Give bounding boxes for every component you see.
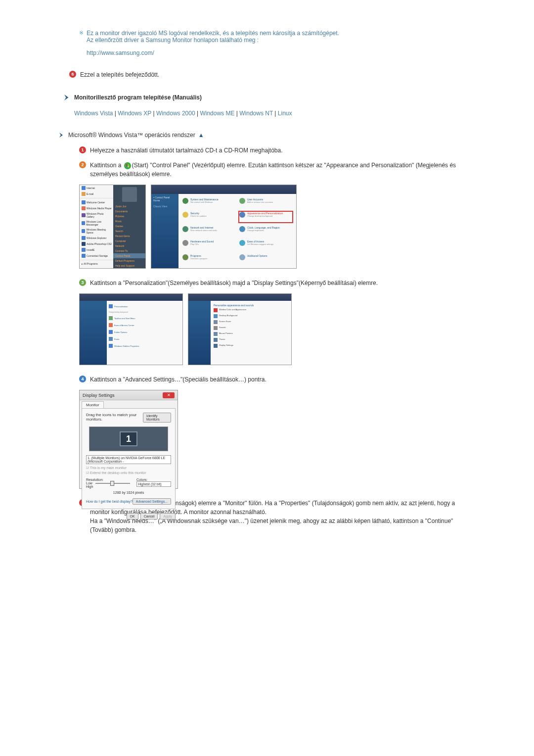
section-arrow-icon [64, 94, 70, 100]
vista-start-menu-screenshot: Internet E-mail Welcome Center Windows M… [79, 185, 146, 269]
monitor-preview-1[interactable]: 1 [120, 431, 137, 446]
dialog-title: Display Settings [83, 393, 115, 398]
step-number-2: 2 [79, 161, 86, 168]
identify-monitors-button[interactable]: Identify Monitors [143, 413, 171, 423]
vista-os-title: Microsoft® Windows Vista™ operációs rend… [68, 132, 195, 139]
step-6-text: Ezzel a telepítés befejeződött. [80, 70, 159, 79]
main-monitor-checkbox[interactable]: ☑ This is my main monitor [86, 466, 171, 470]
step-number-6: 6 [69, 71, 76, 78]
cancel-button[interactable]: Cancel [140, 513, 158, 520]
xp-link[interactable]: Windows XP [118, 110, 151, 117]
os-links: Windows Vista | Windows XP | Windows 200… [74, 110, 470, 117]
linux-link[interactable]: Linux [278, 110, 292, 117]
resolution-value: 1280 by 1024 pixels [86, 491, 171, 494]
step-number-1: 1 [79, 146, 86, 153]
step-1-text: Helyezze a használati útmutatót tartalma… [90, 146, 283, 155]
step-4-text: Kattintson a "Advanced Settings…"(Speciá… [90, 375, 267, 384]
up-arrow-icon[interactable]: ▲ [198, 132, 204, 139]
step-number-3: 3 [79, 279, 86, 286]
note-text-2: Az ellenőrzött driver a Samsung Monitor … [87, 37, 339, 44]
manual-install-title: Monitorillesztő program telepítése (Manu… [74, 94, 202, 101]
ok-button[interactable]: OK [127, 513, 138, 520]
samsung-url[interactable]: http://www.samsung.com/ [87, 49, 339, 56]
control-panel-screenshot: • Control Panel Home Classic View System… [151, 185, 297, 269]
step-number-4: 4 [79, 376, 86, 382]
apply-button[interactable]: Apply [160, 513, 176, 520]
advanced-settings-button[interactable]: Advanced Settings... [133, 498, 171, 505]
step-3-text: Kattintson a "Personalization"(Személyes… [90, 279, 378, 287]
display-settings-dialog: Display Settings ✕ Monitor Drag the icon… [79, 390, 178, 489]
w2000-link[interactable]: Windows 2000 [156, 110, 195, 117]
best-display-link[interactable]: How do I get the best display? [86, 500, 133, 503]
vista-link[interactable]: Windows Vista [74, 110, 113, 117]
nt-link[interactable]: Windows NT [239, 110, 273, 117]
subsection-arrow-icon [59, 133, 64, 138]
colors-label: Colors: [136, 478, 171, 481]
snowflake-icon: ※ [79, 30, 84, 36]
step-2-text: Kattintson a (Start) "Control Panel" (Ve… [90, 161, 470, 179]
extend-desktop-checkbox[interactable]: ☑ Extend the desktop onto this monitor [86, 471, 171, 475]
personalization-screenshot-1: Personalization Change desktop backgroun… [79, 293, 183, 365]
me-link[interactable]: Windows ME [200, 110, 234, 117]
personalization-screenshot-2: Personalize appearance and sounds Window… [188, 293, 292, 365]
close-button[interactable]: ✕ [163, 392, 175, 398]
monitor-tab[interactable]: Monitor [82, 401, 104, 408]
monitor-dropdown[interactable]: 1. (Multiple Monitors) on NVIDIA GeForce… [86, 455, 171, 464]
note-text: Ez a monitor driver igazoló MS logóval r… [87, 30, 339, 37]
colors-dropdown[interactable]: Highest (32 bit) [136, 481, 171, 487]
drag-instruction: Drag the icons to match your monitors. [86, 413, 143, 423]
resolution-slider[interactable] [95, 483, 130, 484]
windows-start-icon [124, 162, 131, 169]
